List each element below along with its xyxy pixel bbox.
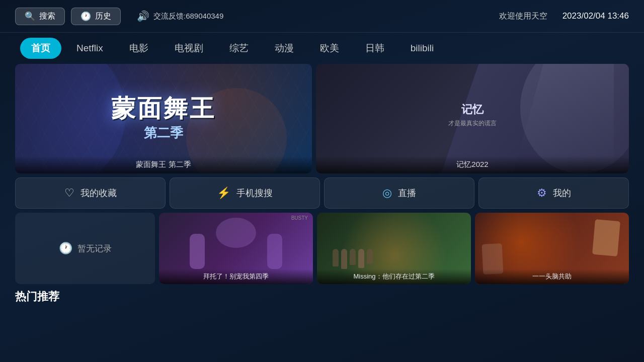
top-bar-right: 欢迎使用天空 2023/02/04 13:46	[499, 11, 629, 22]
mine-button[interactable]: ⚙ 我的	[478, 177, 629, 209]
no-history-label: 暂无记录	[77, 243, 112, 254]
nav-item-western[interactable]: 欧美	[309, 38, 350, 59]
banner-right-caption: 记忆2022	[316, 156, 629, 173]
nav-item-movie[interactable]: 电影	[118, 38, 159, 59]
nav-item-variety[interactable]: 综艺	[218, 38, 260, 59]
banner-left-subtitle: 第二季	[111, 124, 216, 142]
live-button[interactable]: ◎ 直播	[324, 177, 474, 209]
live-label: 直播	[398, 187, 416, 199]
nav-item-netflix[interactable]: Netflix	[65, 39, 114, 58]
card-drama1[interactable]: BUSTY 拜托了！别宠我第四季	[159, 213, 313, 284]
search-icon: 🔍	[25, 11, 35, 22]
volume-icon: 🔊	[137, 10, 149, 22]
banner-left[interactable]: 蒙面舞王 第二季 蒙面舞王 第二季	[15, 64, 312, 173]
history-button[interactable]: 🕐 历史	[71, 8, 121, 25]
top-bar-left: 🔍 搜索 🕐 历史 🔊 交流反馈:689040349	[15, 8, 223, 25]
banner-right-title: 记忆	[448, 102, 497, 117]
card-drama2-caption: Missing：他们存在过第二季	[317, 269, 471, 284]
card-drama2[interactable]: Missing：他们存在过第二季	[317, 213, 471, 284]
favorites-label: 我的收藏	[80, 187, 117, 199]
search-button[interactable]: 🔍 搜索	[15, 8, 65, 25]
cards-row: 🕐 暂无记录 BUSTY 拜托了！别宠我第四季	[0, 213, 644, 284]
mobile-search-label: 手机搜搜	[236, 187, 273, 199]
heart-icon: ♡	[64, 187, 74, 200]
nav-item-home[interactable]: 首页	[20, 38, 61, 59]
banner-left-caption: 蒙面舞王 第二季	[15, 156, 312, 173]
clock-icon: 🕐	[59, 242, 72, 255]
nav-item-tv[interactable]: 电视剧	[164, 38, 214, 59]
feedback-label: 交流反馈:689040349	[153, 12, 223, 21]
lightning-icon: ⚡	[217, 187, 230, 200]
history-label: 历史	[95, 11, 111, 22]
card-drama3-caption: 一一头脑共助	[475, 269, 629, 284]
top-bar: 🔍 搜索 🕐 历史 🔊 交流反馈:689040349 欢迎使用天空 2023/0…	[0, 0, 644, 33]
banner-right-subtitle: 才是最真实的谎言	[448, 119, 497, 128]
settings-icon: ⚙	[537, 187, 547, 200]
banner-right[interactable]: 记忆 才是最真实的谎言 记忆2022	[316, 64, 629, 173]
nav-item-bilibili[interactable]: bilibili	[399, 39, 445, 58]
volume-area: 🔊 交流反馈:689040349	[137, 10, 223, 22]
main-nav: 首页 Netflix 电影 电视剧 综艺 动漫 欧美 日韩 bilibili	[0, 33, 644, 64]
mobile-search-button[interactable]: ⚡ 手机搜搜	[170, 177, 320, 209]
nav-item-anime[interactable]: 动漫	[264, 38, 305, 59]
no-history-card: 🕐 暂无记录	[15, 213, 155, 284]
banner-right-text: 记忆 才是最真实的谎言	[448, 102, 497, 128]
hot-section-title: 热门推荐	[0, 284, 644, 304]
favorites-button[interactable]: ♡ 我的收藏	[15, 177, 166, 209]
banners-container: 蒙面舞王 第二季 蒙面舞王 第二季 记忆 才是最真实的谎言 记忆2022	[0, 64, 644, 173]
nav-item-korean[interactable]: 日韩	[354, 38, 395, 59]
live-icon: ◎	[382, 187, 392, 200]
mine-label: 我的	[553, 187, 571, 199]
card-drama3[interactable]: 一一头脑共助	[475, 213, 629, 284]
card-drama1-caption: 拜托了！别宠我第四季	[159, 269, 313, 284]
search-label: 搜索	[39, 11, 55, 22]
history-icon: 🕐	[80, 11, 91, 22]
quick-actions: ♡ 我的收藏 ⚡ 手机搜搜 ◎ 直播 ⚙ 我的	[0, 173, 644, 213]
banner-left-title: 蒙面舞王	[111, 96, 216, 122]
datetime: 2023/02/04 13:46	[562, 11, 629, 21]
welcome-text: 欢迎使用天空	[499, 11, 547, 22]
